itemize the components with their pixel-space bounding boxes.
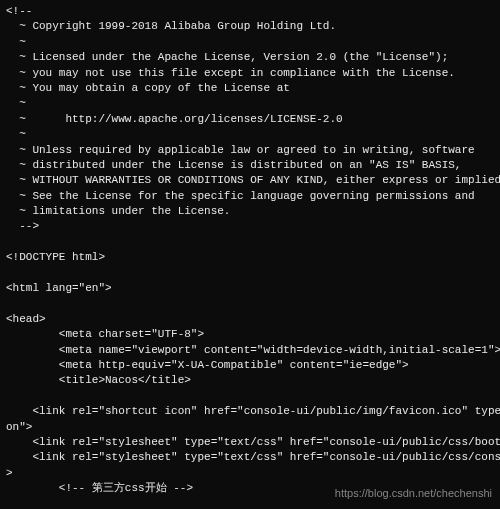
watermark-text: https://blog.csdn.net/chechenshi bbox=[335, 486, 492, 501]
code-viewport: <!-- ~ Copyright 1999-2018 Alibaba Group… bbox=[0, 0, 500, 509]
source-code-block: <!-- ~ Copyright 1999-2018 Alibaba Group… bbox=[0, 0, 500, 509]
